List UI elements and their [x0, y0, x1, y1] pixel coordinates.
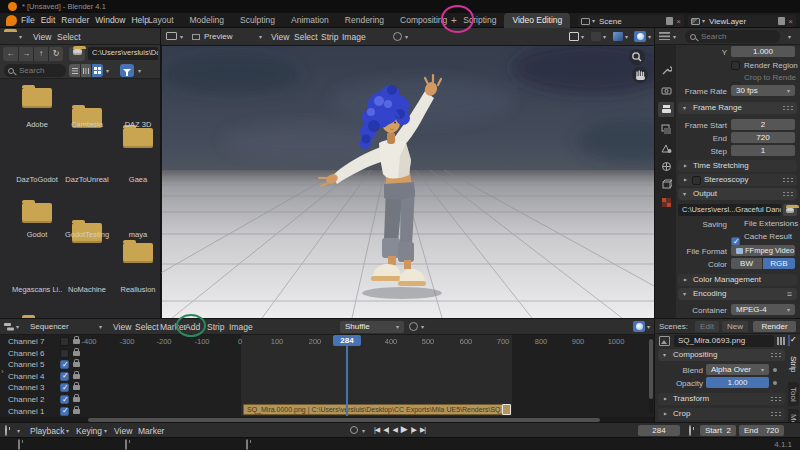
folder-label[interactable]: Godot — [12, 230, 62, 239]
compositing-section-header[interactable]: ▾Compositing — [658, 349, 785, 361]
chevron-down-icon[interactable]: ▾ — [648, 34, 651, 40]
filter-funnel-icon[interactable] — [120, 64, 134, 77]
workspace-tab-scripting[interactable]: Scripting — [455, 13, 504, 28]
stereoscopy-section-header[interactable]: ▾Stereoscopy — [678, 174, 797, 186]
gizmo-icon[interactable] — [613, 32, 623, 41]
close-icon[interactable]: × — [788, 17, 793, 26]
frame-rate-dropdown[interactable]: 30 fps▾ — [731, 85, 795, 96]
strip-mute-checkbox[interactable] — [788, 335, 790, 346]
tab-output[interactable] — [658, 102, 674, 117]
folder-label[interactable]: DazToUnreal — [62, 175, 112, 184]
scene-name[interactable]: Scene — [595, 17, 666, 26]
collapse-arrow-icon[interactable]: › — [1, 367, 4, 376]
animate-dot-icon[interactable] — [773, 381, 777, 385]
workspace-tab-layout[interactable]: Layout — [140, 13, 182, 28]
stereoscopy-checkbox[interactable] — [692, 176, 701, 185]
workspace-tab-modeling[interactable]: Modeling — [182, 13, 233, 28]
channel-visibility-checkbox[interactable] — [60, 395, 69, 404]
transform-section-header[interactable]: ▾Transform — [658, 393, 785, 405]
frame-start-field[interactable]: Start2 — [700, 425, 736, 436]
channel-lock-icon[interactable] — [73, 374, 80, 379]
blender-menu-icon[interactable] — [6, 15, 17, 26]
folder-label[interactable]: Gaea — [113, 175, 161, 184]
drag-dots-icon[interactable] — [782, 105, 793, 111]
folder-label[interactable]: DAZ 3D — [113, 120, 161, 129]
properties-editor-icon[interactable] — [659, 32, 670, 40]
browse-folder-button[interactable] — [783, 204, 797, 216]
add-workspace-button[interactable]: + — [451, 13, 457, 28]
create-folder-button[interactable] — [69, 47, 85, 61]
chevron-down-icon[interactable]: ▾ — [788, 34, 791, 40]
chevron-down-icon[interactable]: ▾ — [603, 34, 606, 40]
container-dropdown[interactable]: MPEG-4▾ — [731, 304, 795, 315]
chevron-down-icon[interactable]: ▾ — [362, 428, 365, 434]
next-keyframe-button[interactable]: |▶ — [411, 424, 416, 435]
new-scene-icon[interactable] — [666, 17, 673, 25]
chevron-down-icon[interactable]: ▾ — [138, 68, 141, 74]
properties-search-input[interactable]: Search — [685, 30, 780, 43]
channel-lock-icon[interactable] — [73, 339, 80, 344]
time-stretching-section-header[interactable]: ▾Time Stretching — [678, 160, 797, 172]
frame-start-field[interactable]: 2 — [731, 119, 795, 130]
workspace-tab-compositing[interactable]: Compositing — [392, 13, 455, 28]
preview-display-mode-dropdown[interactable]: Preview ▾ — [188, 30, 266, 43]
snap-icon[interactable] — [591, 32, 601, 41]
channel-lock-icon[interactable] — [73, 362, 80, 367]
new-view-layer-icon[interactable] — [778, 17, 785, 25]
folder-label[interactable]: maya — [113, 230, 161, 239]
tab-world[interactable] — [658, 159, 674, 174]
close-icon[interactable]: × — [676, 17, 681, 26]
current-frame-badge[interactable]: 284 — [333, 335, 361, 346]
drag-dots-icon[interactable] — [782, 191, 793, 197]
vertical-scrollbar[interactable] — [649, 337, 653, 413]
channel-visibility-checkbox[interactable] — [60, 372, 69, 381]
scene-selector[interactable]: ▾ Scene × — [578, 15, 684, 27]
chevron-down-icon[interactable]: ▾ — [421, 324, 424, 330]
sequencer-menu-select[interactable]: Select — [135, 322, 159, 332]
workspace-tab-animation[interactable]: Animation — [283, 13, 337, 28]
sequencer-menu-strip[interactable]: Strip — [207, 322, 224, 332]
frame-end-field[interactable]: End720 — [739, 425, 784, 436]
forward-icon[interactable]: → — [18, 47, 33, 61]
crop-section-header[interactable]: ▾Crop — [658, 408, 785, 420]
sequencer-editor-icon[interactable] — [4, 323, 14, 331]
frame-range-section-header[interactable]: ▾Frame Range — [678, 102, 797, 114]
scene-edit-button[interactable]: Edit — [695, 321, 719, 332]
folder-icon[interactable] — [123, 128, 153, 148]
drag-dots-icon[interactable] — [770, 352, 781, 358]
sequencer-menu-add[interactable]: Add — [185, 322, 200, 332]
channel-visibility-checkbox[interactable] — [60, 360, 69, 369]
blend-dropdown[interactable]: Alpha Over▾ — [706, 364, 769, 375]
channel-visibility-checkbox[interactable] — [60, 349, 69, 358]
view-layer-name[interactable]: ViewLayer — [705, 17, 778, 26]
channel-lock-icon[interactable] — [73, 409, 80, 414]
preview-menu-strip[interactable]: Strip — [321, 32, 338, 42]
folder-label[interactable]: Camtasia — [62, 120, 112, 129]
sequencer-strip[interactable]: SQ_Mira.0000.png | C:\Users\versluis\Des… — [243, 404, 511, 415]
snap-icon[interactable] — [409, 322, 418, 331]
preview-menu-view[interactable]: View — [271, 32, 289, 42]
jump-to-end-button[interactable]: ▶| — [420, 424, 425, 435]
sequencer-menu-image[interactable]: Image — [229, 322, 253, 332]
display-mode-vertical-list-icon[interactable] — [69, 64, 80, 77]
library-icon[interactable] — [777, 337, 785, 345]
scene-new-button[interactable]: New — [722, 321, 748, 332]
playhead-line[interactable] — [346, 335, 348, 416]
folder-label[interactable]: GodotTesting — [62, 230, 112, 239]
sequencer-menu-marker[interactable]: Marker — [160, 322, 186, 332]
timeline-editor-icon[interactable] — [5, 425, 7, 436]
drag-dots-icon[interactable] — [782, 177, 793, 183]
folder-icon[interactable] — [22, 88, 52, 108]
workspace-tab-rendering[interactable]: Rendering — [337, 13, 392, 28]
drag-dots-icon[interactable] — [770, 396, 781, 402]
refresh-icon[interactable]: ↻ — [48, 47, 63, 61]
display-mode-thumbnails-icon[interactable] — [91, 64, 103, 77]
frame-end-field[interactable]: 720 — [731, 132, 795, 143]
record-icon[interactable] — [350, 426, 358, 434]
channel-visibility-checkbox[interactable] — [60, 383, 69, 392]
timeline-menu-view[interactable]: View — [114, 426, 132, 436]
link-icon[interactable] — [393, 32, 402, 41]
previous-keyframe-button[interactable]: ◀| — [383, 424, 388, 435]
view-layer-selector[interactable]: ▾ ViewLayer × — [688, 15, 796, 27]
folder-icon[interactable] — [123, 243, 153, 263]
